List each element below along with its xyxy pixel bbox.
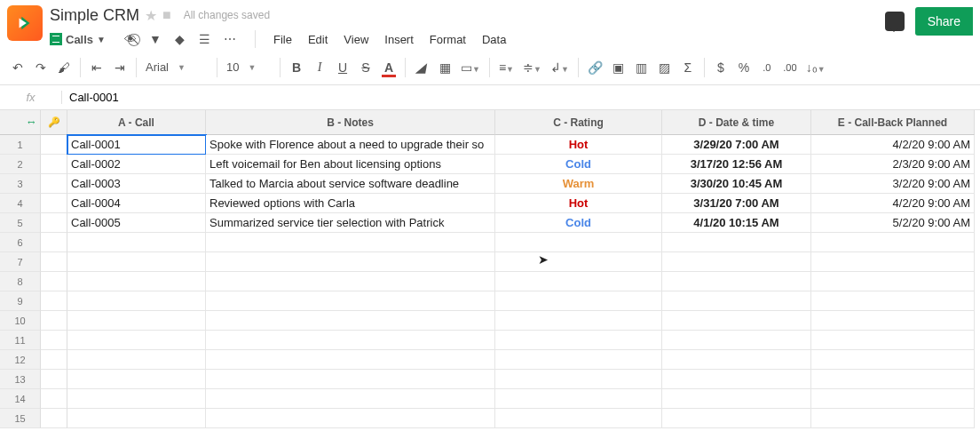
cell-notes[interactable]: Summarized service tier selection with P…	[206, 213, 495, 233]
menu-insert[interactable]: Insert	[384, 33, 414, 46]
functions-icon[interactable]: Σ	[681, 60, 695, 75]
decrease-decimal-button[interactable]: .0	[760, 62, 774, 73]
cell-callback[interactable]: 4/2/20 9:00 AM	[811, 194, 975, 213]
text-color-button[interactable]: A	[382, 60, 396, 75]
menu-view[interactable]: View	[344, 33, 368, 46]
cell-call[interactable]: Call-0005	[67, 213, 206, 233]
cell-empty[interactable]	[811, 409, 975, 428]
row-header[interactable]: 9	[0, 291, 41, 311]
row-header[interactable]: 2	[0, 155, 41, 174]
cell-empty[interactable]	[811, 311, 975, 331]
cell-empty[interactable]	[662, 252, 811, 272]
cell-empty[interactable]	[811, 350, 975, 370]
cell-empty[interactable]	[662, 233, 811, 252]
row-handle[interactable]	[41, 194, 67, 213]
column-header-c[interactable]: C - Rating	[495, 110, 662, 135]
row-handle[interactable]	[41, 155, 67, 174]
undo-icon[interactable]: ↶	[11, 60, 25, 75]
cell-empty[interactable]	[67, 350, 206, 370]
row-handle[interactable]	[41, 135, 67, 155]
cell-empty[interactable]	[662, 409, 811, 428]
merge-button[interactable]: ▭▼	[461, 60, 480, 75]
row-header[interactable]: 10	[0, 311, 41, 331]
cell-datetime[interactable]: 4/1/20 10:15 AM	[662, 213, 811, 233]
chart-icon[interactable]: ▥	[635, 60, 649, 75]
cell-empty[interactable]	[811, 389, 975, 409]
comment-insert-icon[interactable]: ▣	[612, 60, 626, 75]
strikethrough-button[interactable]: S	[359, 60, 373, 75]
v-align-button[interactable]: ≑▼	[523, 60, 541, 75]
indent-icon[interactable]: ⇥	[113, 60, 127, 75]
font-size-selector[interactable]: 10 ▼	[226, 60, 271, 74]
bold-button[interactable]: B	[289, 60, 304, 75]
more-icon[interactable]: ⋯	[223, 32, 237, 46]
menu-file[interactable]: File	[273, 33, 292, 46]
cell-empty[interactable]	[67, 291, 206, 311]
row-header[interactable]: 15	[0, 409, 41, 428]
cell-empty[interactable]	[495, 233, 662, 252]
cell-empty[interactable]	[495, 272, 662, 291]
cell-empty[interactable]	[206, 370, 495, 389]
cell-empty[interactable]	[67, 233, 206, 252]
cell-empty[interactable]	[206, 331, 495, 350]
cell-call[interactable]: Call-0002	[67, 155, 206, 174]
cell-empty[interactable]	[811, 252, 975, 272]
row-header[interactable]: 7	[0, 252, 41, 272]
row-handle[interactable]	[41, 311, 67, 331]
cell-callback[interactable]: 4/2/20 9:00 AM	[811, 135, 975, 155]
cell-empty[interactable]	[495, 252, 662, 272]
cell-empty[interactable]	[495, 389, 662, 409]
row-header[interactable]: 5	[0, 213, 41, 233]
cell-empty[interactable]	[67, 311, 206, 331]
link-icon[interactable]: 🔗	[588, 60, 603, 75]
outdent-icon[interactable]: ⇤	[90, 60, 104, 75]
cell-empty[interactable]	[662, 370, 811, 389]
redo-icon[interactable]: ↷	[34, 60, 48, 75]
row-header[interactable]: 12	[0, 350, 41, 370]
percent-button[interactable]: %	[737, 60, 751, 75]
cell-notes[interactable]: Spoke with Florence about a need to upgr…	[206, 135, 495, 155]
cell-empty[interactable]	[67, 370, 206, 389]
column-header-a[interactable]: A - Call	[67, 110, 206, 135]
hide-icon[interactable]: 👁︎⃠	[123, 32, 138, 47]
cell-notes[interactable]: Reviewed options with Carla	[206, 194, 495, 213]
currency-button[interactable]: $	[714, 60, 728, 75]
cell-empty[interactable]	[206, 272, 495, 291]
cell-empty[interactable]	[206, 389, 495, 409]
cell-datetime[interactable]: 3/30/20 10:45 AM	[662, 174, 811, 194]
row-header[interactable]: 14	[0, 389, 41, 409]
cell-empty[interactable]	[206, 291, 495, 311]
cell-empty[interactable]	[662, 350, 811, 370]
cell-rating[interactable]: Hot	[495, 194, 662, 213]
cell-empty[interactable]	[67, 252, 206, 272]
cell-rating[interactable]: Cold	[495, 213, 662, 233]
document-title[interactable]: Simple CRM	[50, 6, 139, 25]
row-handle[interactable]	[41, 331, 67, 350]
column-header-e[interactable]: E - Call-Back Planned	[811, 110, 975, 135]
italic-button[interactable]: I	[312, 60, 327, 75]
borders-button[interactable]: ▦	[438, 60, 452, 75]
row-handle[interactable]	[41, 291, 67, 311]
cell-empty[interactable]	[206, 350, 495, 370]
row-handle[interactable]	[41, 272, 67, 291]
cell-notes[interactable]: Left voicemail for Ben about licensing o…	[206, 155, 495, 174]
cell-call[interactable]: Call-0004	[67, 194, 206, 213]
row-handle[interactable]	[41, 389, 67, 409]
cell-empty[interactable]	[495, 311, 662, 331]
paint-format-icon[interactable]: 🖌	[57, 60, 71, 75]
increase-decimal-button[interactable]: .00	[783, 62, 797, 73]
row-header[interactable]: 3	[0, 174, 41, 194]
row-handle[interactable]	[41, 174, 67, 194]
row-handle[interactable]	[41, 252, 67, 272]
share-button[interactable]: Share	[915, 7, 973, 36]
row-header[interactable]: 13	[0, 370, 41, 389]
cell-call[interactable]: Call-0003	[67, 174, 206, 194]
cell-callback[interactable]: 5/2/20 9:00 AM	[811, 213, 975, 233]
more-formats-button[interactable]: ↓₀▼	[806, 60, 826, 75]
row-handle[interactable]	[41, 233, 67, 252]
cell-empty[interactable]	[67, 389, 206, 409]
cell-empty[interactable]	[206, 409, 495, 428]
row-height-icon[interactable]: ☰	[198, 32, 212, 46]
row-handle[interactable]	[41, 213, 67, 233]
row-header[interactable]: 6	[0, 233, 41, 252]
